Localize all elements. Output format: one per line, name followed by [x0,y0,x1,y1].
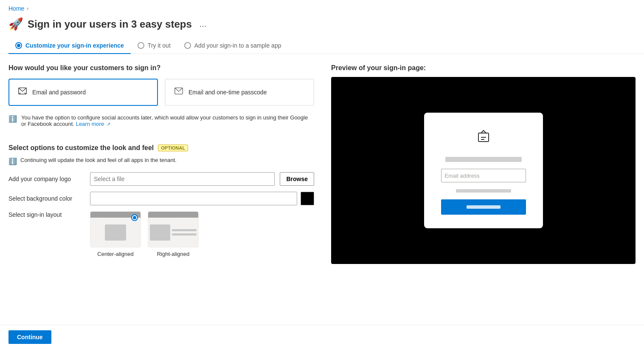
tab-sample-label: Add your sign-in to a sample app [194,42,281,49]
rocket-icon: 🚀 [8,17,23,31]
info-icon: ℹ️ [8,115,17,127]
email-password-icon [18,86,27,98]
external-link-icon: ↗ [107,122,110,127]
layout-line-2 [172,233,197,236]
tab-sample-radio [184,42,191,49]
color-row: Select background color #000000 [8,192,314,205]
layout-card-body-right [148,223,198,242]
layout-card-center[interactable] [90,211,141,247]
learn-more-link[interactable]: Learn more ↗ [76,121,110,127]
sign-in-option-email-otp[interactable]: Email and one-time passcode [165,79,314,106]
customize-section: Select options to customize the look and… [8,144,314,257]
main-content: How would you like your customers to sig… [0,64,644,264]
logo-file-input[interactable] [90,172,275,186]
layout-label: Select sign-in layout [8,211,85,218]
left-panel: How would you like your customers to sig… [8,64,314,264]
preview-container: Email address [331,77,636,264]
color-swatch[interactable] [301,192,314,205]
layout-form-box-right [150,224,170,241]
tenant-info-box: ℹ️ Continuing will update the look and f… [8,155,314,172]
social-info-text: You have the option to configure social … [21,114,314,127]
email-otp-icon [174,86,183,98]
layout-form-box [105,224,126,241]
color-label: Select background color [8,195,85,202]
customize-section-title: Select options to customize the look and… [8,144,154,152]
email-password-label: Email and password [32,89,86,96]
breadcrumb-separator: › [27,6,28,11]
browse-button[interactable]: Browse [280,172,314,186]
layout-radio-center [131,214,138,221]
tab-customize-label: Customize your sign-in experience [25,42,124,49]
page-header: 🚀 Sign in your users in 3 easy steps ... [0,14,644,38]
layout-lines-right [172,224,197,241]
color-input-wrap: #000000 [90,192,314,205]
tab-try-radio [138,42,144,49]
optional-badge: OPTIONAL [158,145,188,151]
tenant-info-icon: ℹ️ [8,157,17,165]
preview-btn-inner [467,205,501,209]
sign-in-option-email-password[interactable]: Email and password [8,79,158,106]
sign-in-section-title: How would you like your customers to sig… [8,64,314,72]
logo-label: Add your company logo [8,176,85,182]
layout-line-1 [172,229,197,231]
tab-try-label: Try it out [148,42,171,49]
home-link[interactable]: Home [8,5,24,12]
color-input[interactable]: #000000 [90,192,297,205]
preview-label: Preview of your sign-in page: [331,64,636,72]
layout-options: Center-aligned [90,211,199,257]
customize-section-header: Select options to customize the look and… [8,144,314,152]
layout-right-label: Right-aligned [157,251,190,257]
layout-row: Select sign-in layout Center-aligned [8,211,314,257]
layout-center-label: Center-aligned [97,251,133,257]
tab-bar: Customize your sign-in experience Try it… [0,38,644,54]
preview-logo-icon [475,128,492,148]
layout-card-topbar-right [148,212,198,218]
email-otp-label: Email and one-time passcode [188,89,267,96]
preview-email-input: Email address [441,169,526,182]
preview-card: Email address [424,113,543,228]
social-info-box: ℹ️ You have the option to configure soci… [8,113,314,134]
preview-signin-button [441,199,526,215]
right-panel: Preview of your sign-in page: Email addr… [331,64,636,264]
layout-card-right[interactable] [148,211,199,247]
logo-row: Add your company logo Browse [8,172,314,186]
breadcrumb: Home › [0,0,644,14]
preview-title-bar [445,157,522,162]
tab-try[interactable]: Try it out [131,38,177,54]
layout-option-right[interactable]: Right-aligned [148,211,199,257]
layout-option-center[interactable]: Center-aligned [90,211,141,257]
tab-customize-radio [15,42,22,49]
tab-customize[interactable]: Customize your sign-in experience [8,38,131,54]
preview-subtitle-bar [456,189,511,193]
layout-card-body-center [90,223,141,242]
tenant-info-text: Continuing will update the look and feel… [20,157,177,165]
tab-sample[interactable]: Add your sign-in to a sample app [177,38,288,54]
page-title: Sign in your users in 3 easy steps [28,18,192,30]
more-menu-button[interactable]: ... [200,19,207,29]
sign-in-options: Email and password Email and one-time pa… [8,79,314,106]
